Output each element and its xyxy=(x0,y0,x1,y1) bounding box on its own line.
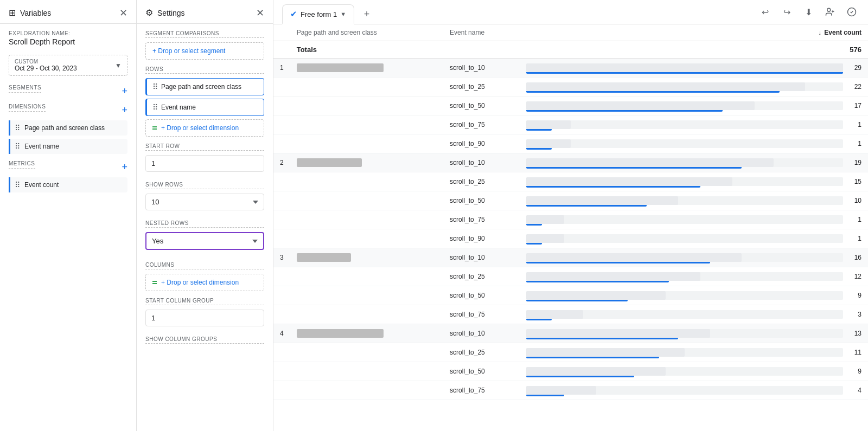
start-column-group-input[interactable] xyxy=(145,310,264,326)
page-path-cell xyxy=(290,59,443,78)
grid-icon xyxy=(15,142,20,151)
segment-comparisons-label: SEGMENT COMPARISONS xyxy=(145,30,264,38)
variables-close-button[interactable]: ✕ xyxy=(119,8,127,18)
tabs-bar: ✔ Free form 1 ▼ + ↩ ↪ ⬇ xyxy=(273,0,868,24)
nested-rows-label: NESTED ROWS xyxy=(145,220,264,228)
drag-icon: ⠿ xyxy=(152,82,158,91)
table-row: 3 scroll_to_10 16 xyxy=(273,248,868,267)
exploration-name-label: EXPLORATION NAME: xyxy=(9,30,127,36)
table-row: scroll_to_75 1 xyxy=(273,115,868,134)
metric-label: Event count xyxy=(24,181,59,189)
table-row: scroll_to_25 12 xyxy=(273,267,868,286)
data-table-container: Page path and screen class Event name ↓ … xyxy=(273,24,868,431)
toolbar-right: ↩ ↪ ⬇ xyxy=(757,4,859,24)
variables-content: EXPLORATION NAME: Scroll Depth Report Cu… xyxy=(0,24,136,431)
segments-label: SEGMENTS xyxy=(9,85,41,93)
download-button[interactable]: ⬇ xyxy=(801,4,816,20)
table-row: scroll_to_25 22 xyxy=(273,78,868,97)
columns-drop-button[interactable]: + Drop or select dimension xyxy=(145,274,264,291)
add-metric-button[interactable]: + xyxy=(122,162,127,172)
date-range-label: Custom xyxy=(15,59,77,65)
dimension-label: Page path and screen class xyxy=(24,124,105,132)
chevron-down-icon: ▼ xyxy=(115,62,122,69)
table-row: scroll_to_75 1 xyxy=(273,210,868,229)
add-segment-button[interactable]: + xyxy=(122,86,127,96)
totals-num-cell xyxy=(273,41,290,59)
variables-panel: ⊞ Variables ✕ EXPLORATION NAME: Scroll D… xyxy=(0,0,137,431)
table-row: scroll_to_75 3 xyxy=(273,305,868,324)
dimension-label: Event name xyxy=(24,143,59,150)
totals-label-cell: Totals xyxy=(290,41,520,59)
settings-icon: ⚙ xyxy=(145,8,153,18)
settings-panel: ⚙ Settings ✕ SEGMENT COMPARISONS + Drop … xyxy=(137,0,273,431)
show-rows-label: SHOW ROWS xyxy=(145,182,264,189)
row-chip-label: Event name xyxy=(161,104,196,111)
drop-select-segment-button[interactable]: + Drop or select segment xyxy=(145,42,264,60)
exploration-name-value: Scroll Depth Report xyxy=(9,37,127,46)
date-range-value: Oct 29 - Oct 30, 2023 xyxy=(15,65,77,72)
settings-close-button[interactable]: ✕ xyxy=(256,8,264,18)
table-row: scroll_to_90 1 xyxy=(273,229,868,248)
table-row: 1 scroll_to_10 29 xyxy=(273,59,868,78)
totals-row: Totals 576 xyxy=(273,41,868,59)
table-row: scroll_to_25 15 xyxy=(273,172,868,191)
start-row-input[interactable] xyxy=(145,155,264,172)
start-row-label: START ROW xyxy=(145,143,264,151)
row-chip-label: Page path and screen class xyxy=(161,83,241,91)
metric-item-event-count[interactable]: Event count xyxy=(9,177,127,192)
variables-title-text: Variables xyxy=(20,9,51,17)
row-num-cell: 1 xyxy=(273,59,290,78)
tab-dropdown-icon: ▼ xyxy=(340,11,346,17)
dimension-item-page-path[interactable]: Page path and screen class xyxy=(9,120,127,136)
add-dimension-button[interactable]: + xyxy=(122,105,127,115)
show-column-groups-label: SHOW COLUMN GROUPS xyxy=(145,336,264,344)
svg-point-0 xyxy=(827,8,831,11)
sort-desc-icon: ↓ xyxy=(818,29,821,36)
tab-free-form-1[interactable]: ✔ Free form 1 ▼ xyxy=(282,4,354,24)
drop-select-dimension-button[interactable]: + Drop or select dimension xyxy=(145,119,264,137)
dimension-item-event-name[interactable]: Event name xyxy=(9,139,127,154)
table-row: scroll_to_90 1 xyxy=(273,134,868,153)
columns-label: COLUMNS xyxy=(145,262,264,269)
green-dashes-icon xyxy=(152,281,157,284)
table-row: scroll_to_50 17 xyxy=(273,97,868,115)
green-dashes-icon xyxy=(152,126,157,130)
date-range-selector[interactable]: Custom Oct 29 - Oct 30, 2023 ▼ xyxy=(9,55,127,76)
table-row: scroll_to_50 10 xyxy=(273,191,868,210)
nested-rows-select[interactable]: Yes No xyxy=(145,232,264,250)
variables-panel-header: ⊞ Variables ✕ xyxy=(0,0,136,24)
show-rows-select[interactable]: 10 25 50 xyxy=(145,194,264,210)
settings-title-text: Settings xyxy=(157,9,185,17)
row-chip-event-name[interactable]: ⠿ Event name xyxy=(145,99,264,116)
drag-icon: ⠿ xyxy=(152,103,158,112)
bar-cell: 29 xyxy=(520,59,868,78)
redo-button[interactable]: ↪ xyxy=(779,4,794,20)
nested-rows-container: Yes No xyxy=(145,232,264,253)
table-row: scroll_to_75 4 xyxy=(273,381,868,400)
tab-icon: ✔ xyxy=(290,9,297,19)
tab-label: Free form 1 xyxy=(301,10,337,18)
segments-section-header: SEGMENTS + xyxy=(9,85,127,97)
data-table: Page path and screen class Event name ↓ … xyxy=(273,24,868,400)
grid-icon xyxy=(15,124,20,132)
main-content: ✔ Free form 1 ▼ + ↩ ↪ ⬇ Page path and sc… xyxy=(273,0,868,431)
totals-count-cell: 576 xyxy=(520,41,868,59)
check-circle-button[interactable] xyxy=(844,4,859,20)
add-tab-button[interactable]: + xyxy=(359,6,375,22)
undo-button[interactable]: ↩ xyxy=(757,4,773,20)
row-chip-page-path[interactable]: ⠿ Page path and screen class xyxy=(145,78,264,95)
variables-title: ⊞ Variables xyxy=(9,8,51,18)
col-event-name-header: Event name xyxy=(443,24,520,41)
share-button[interactable] xyxy=(822,4,838,20)
settings-panel-header: ⚙ Settings ✕ xyxy=(137,0,273,24)
table-row: scroll_to_25 11 xyxy=(273,343,868,362)
start-column-group-label: START COLUMN GROUP xyxy=(145,298,264,305)
metrics-section-header: METRICS + xyxy=(9,160,127,173)
grid-icon xyxy=(15,181,20,189)
metrics-label: METRICS xyxy=(9,160,35,169)
settings-content: SEGMENT COMPARISONS + Drop or select seg… xyxy=(137,24,273,431)
table-row: scroll_to_50 9 xyxy=(273,362,868,381)
dimensions-label: DIMENSIONS xyxy=(9,104,46,112)
rows-label: ROWS xyxy=(145,66,264,74)
col-event-count-header: ↓ Event count xyxy=(520,24,868,41)
